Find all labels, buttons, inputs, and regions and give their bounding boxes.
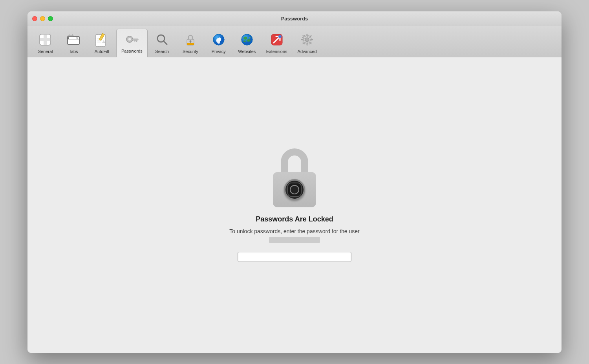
locked-description-text: To unlock passwords, enter the password … [229,228,360,234]
svg-line-55 [310,42,311,44]
username-redacted [269,237,320,243]
svg-point-22 [128,38,131,41]
tab-tabs-label: Tabs [69,49,78,54]
tab-search[interactable]: Search [148,29,176,57]
svg-rect-25 [134,40,135,41]
general-icon [37,32,53,48]
password-input[interactable] [238,252,351,262]
passwords-icon [124,31,140,47]
minimize-button[interactable] [40,16,45,21]
main-content: Passwords Are Locked To unlock passwords… [27,57,562,353]
svg-point-47 [305,38,309,42]
tab-autofill-label: AutoFill [95,49,109,54]
tab-autofill[interactable]: AutoFill [88,29,115,57]
svg-line-27 [163,41,167,44]
traffic-lights [32,16,53,21]
close-button[interactable] [32,16,37,21]
search-icon [154,32,170,48]
svg-rect-37 [216,39,218,42]
tab-general-label: General [37,49,53,54]
svg-rect-36 [220,38,221,41]
tab-security-label: Security [183,49,198,54]
autofill-icon [94,32,110,48]
toolbar: General Tabs [27,26,562,57]
tab-passwords[interactable]: Passwords [116,29,148,57]
watch-face [287,183,302,197]
locked-panel: Passwords Are Locked To unlock passwords… [220,148,369,262]
svg-rect-31 [190,41,191,43]
tab-general[interactable]: General [31,29,59,57]
tab-extensions-label: Extensions [266,49,287,54]
svg-line-57 [303,42,304,44]
locked-title: Passwords Are Locked [256,215,333,223]
svg-rect-23 [132,39,138,40]
advanced-icon [299,32,315,48]
security-icon [183,32,198,48]
tab-websites[interactable]: Websites [233,29,261,57]
tab-advanced-label: Advanced [298,49,317,54]
tab-passwords-label: Passwords [121,49,143,53]
svg-point-41 [247,39,251,42]
svg-point-46 [278,35,282,38]
tabs-icon [66,32,81,48]
extensions-icon [269,32,285,48]
app-window: Passwords General [27,11,562,353]
lock-icon [269,148,320,207]
svg-rect-35 [219,37,220,41]
svg-rect-34 [218,38,219,41]
window-title: Passwords [281,16,308,22]
tab-websites-label: Websites [238,49,256,54]
svg-point-42 [243,40,246,42]
tab-search-label: Search [155,49,169,54]
tab-privacy-label: Privacy [212,49,226,54]
tab-security[interactable]: Security [177,29,204,57]
svg-point-39 [241,34,252,45]
lock-body [273,172,316,207]
svg-rect-2 [40,38,51,41]
lock-keyhole [284,179,305,200]
privacy-icon [211,32,227,48]
tab-extensions[interactable]: Extensions [262,29,292,57]
svg-rect-24 [136,40,137,42]
svg-point-40 [243,37,247,40]
tab-privacy[interactable]: Privacy [205,29,232,57]
svg-rect-29 [187,43,194,45]
maximize-button[interactable] [48,16,53,21]
svg-point-43 [249,37,251,38]
tab-tabs[interactable]: Tabs [60,29,87,57]
websites-icon [239,32,255,48]
locked-description: To unlock passwords, enter the password … [220,227,369,244]
tab-advanced[interactable]: Advanced [293,29,322,57]
title-bar: Passwords [27,11,562,26]
